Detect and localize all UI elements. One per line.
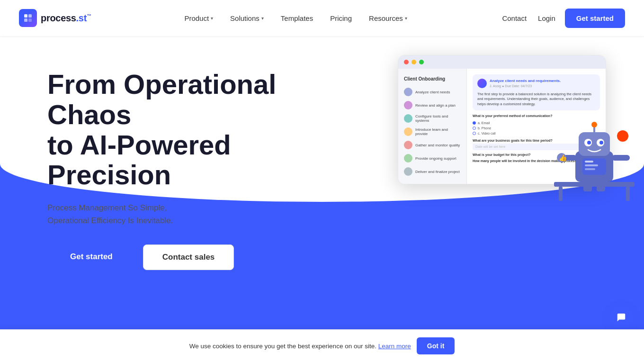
- avatar: [404, 141, 412, 149]
- hero-content: From Operational Chaos to AI-Powered Pre…: [19, 64, 625, 270]
- logo-text: process.st™: [41, 13, 91, 24]
- logo-icon: [19, 9, 37, 27]
- sc-titlebar: [398, 55, 606, 69]
- sc-dot-red: [404, 60, 409, 64]
- avatar: [404, 127, 412, 136]
- main-nav: process.st™ Product ▾ Solutions ▾ Templa…: [0, 0, 644, 36]
- hero-title: From Operational Chaos to AI-Powered Pre…: [47, 69, 322, 190]
- sc-sidebar-item: Review and align a plan: [398, 99, 466, 112]
- chat-button[interactable]: [610, 306, 633, 329]
- hero-text: From Operational Chaos to AI-Powered Pre…: [47, 64, 322, 270]
- sc-sidebar-item: Gather and monitor quality: [398, 138, 466, 152]
- sc-sidebar-item: Configure tools and systems: [398, 112, 466, 125]
- svg-rect-0: [24, 14, 27, 18]
- hero-get-started-button[interactable]: Get started: [47, 244, 135, 270]
- hero-visual: Client Onboarding Analyze client needs R…: [398, 55, 606, 184]
- svg-rect-4: [554, 182, 635, 187]
- svg-rect-22: [585, 168, 595, 170]
- sc-sidebar: Client Onboarding Analyze client needs R…: [398, 69, 467, 184]
- avatar: [404, 88, 412, 96]
- svg-rect-8: [579, 132, 610, 156]
- chevron-down-icon: ▾: [405, 16, 407, 21]
- svg-rect-1: [28, 14, 32, 18]
- svg-rect-6: [626, 187, 630, 201]
- svg-rect-16: [612, 155, 630, 161]
- sc-dot-yellow: [411, 60, 416, 64]
- chat-icon: [616, 312, 626, 323]
- login-link[interactable]: Login: [536, 10, 557, 26]
- svg-text:👍: 👍: [559, 154, 567, 162]
- svg-rect-5: [559, 187, 563, 201]
- nav-solutions[interactable]: Solutions ▾: [224, 10, 270, 26]
- svg-rect-21: [585, 164, 598, 166]
- nav-links: Product ▾ Solutions ▾ Templates Pricing …: [178, 10, 413, 26]
- hero-subtitle: Process Management So Simple, Operationa…: [47, 201, 322, 227]
- sc-ai-header: Analyze client needs and requirements. J…: [477, 78, 595, 89]
- svg-point-12: [599, 141, 603, 145]
- cookie-banner: We use cookies to ensure you get the bes…: [0, 329, 644, 362]
- sc-sidebar-item: Analyze client needs: [398, 85, 466, 99]
- svg-rect-23: [583, 182, 592, 191]
- nav-resources[interactable]: Resources ▾: [362, 10, 414, 26]
- logo-link[interactable]: process.st™: [19, 9, 91, 27]
- avatar: [404, 101, 412, 109]
- got-it-button[interactable]: Got it: [417, 337, 455, 354]
- svg-rect-3: [28, 18, 32, 22]
- svg-point-25: [617, 130, 628, 142]
- cookie-text: We use cookies to ensure you get the bes…: [189, 343, 411, 350]
- sc-dot-green: [419, 60, 424, 64]
- svg-point-14: [591, 122, 597, 127]
- get-started-nav-button[interactable]: Get started: [565, 9, 625, 28]
- avatar: [404, 154, 412, 163]
- svg-point-11: [587, 141, 591, 145]
- svg-rect-13: [593, 127, 595, 133]
- svg-rect-24: [597, 182, 605, 191]
- learn-more-link[interactable]: Learn more: [378, 343, 411, 350]
- hero-section: From Operational Chaos to AI-Powered Pre…: [0, 36, 644, 320]
- nav-product[interactable]: Product ▾: [178, 10, 220, 26]
- nav-actions: Contact Login Get started: [500, 9, 625, 28]
- robot-illustration: 👍: [549, 104, 639, 199]
- hero-buttons: Get started Contact sales: [47, 244, 322, 270]
- contact-link[interactable]: Contact: [500, 10, 528, 26]
- avatar: [404, 114, 412, 123]
- sc-sidebar-item: Deliver and finalize project: [398, 165, 466, 178]
- chevron-down-icon: ▾: [261, 16, 264, 21]
- sc-sidebar-item: Provide ongoing support: [398, 152, 466, 165]
- hero-contact-sales-button[interactable]: Contact sales: [143, 244, 234, 270]
- ai-avatar: [477, 79, 487, 88]
- nav-pricing[interactable]: Pricing: [323, 10, 358, 26]
- svg-rect-2: [24, 18, 27, 22]
- svg-rect-20: [585, 161, 593, 163]
- chevron-down-icon: ▾: [211, 16, 213, 21]
- sc-sidebar-item: Introduce team and provide: [398, 125, 466, 138]
- avatar: [404, 167, 412, 176]
- nav-templates[interactable]: Templates: [274, 10, 320, 26]
